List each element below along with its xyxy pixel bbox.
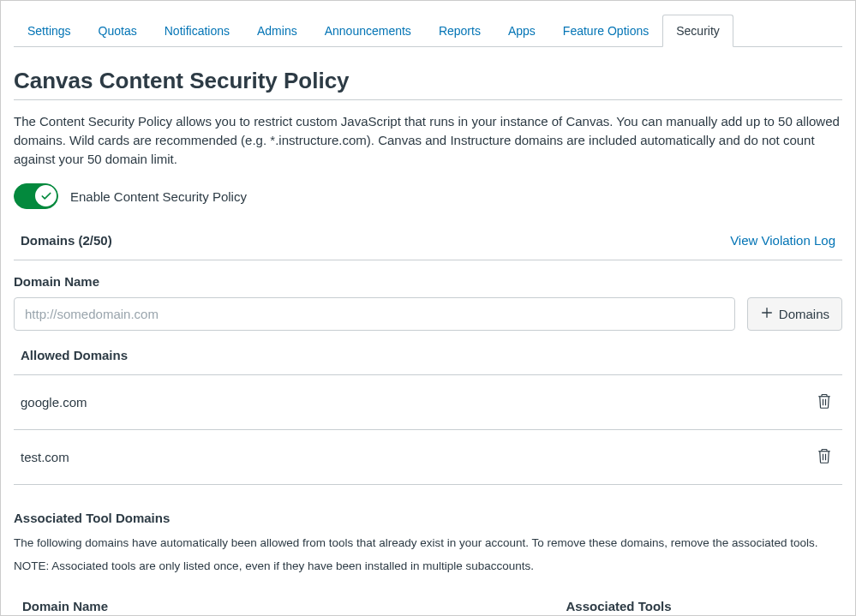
tab-notifications[interactable]: Notifications — [151, 15, 243, 47]
tab-quotas[interactable]: Quotas — [85, 15, 151, 47]
settings-tabs: SettingsQuotasNotificationsAdminsAnnounc… — [14, 14, 842, 47]
allowed-domain-row: google.com — [14, 375, 842, 430]
add-domain-row: Domains — [14, 297, 842, 331]
add-domain-button[interactable]: Domains — [747, 297, 842, 331]
associated-text-1: The following domains have automatically… — [14, 535, 842, 552]
trash-icon — [817, 454, 832, 467]
domains-header: Domains (2/50) View Violation Log — [14, 233, 842, 260]
csp-description: The Content Security Policy allows you t… — [14, 112, 842, 168]
tab-announcements[interactable]: Announcements — [311, 15, 425, 47]
tab-settings[interactable]: Settings — [14, 15, 85, 47]
associated-text-2: NOTE: Associated tools are only listed o… — [14, 559, 842, 575]
allowed-domain-row: test.com — [14, 430, 842, 485]
tab-feature-options[interactable]: Feature Options — [549, 15, 662, 47]
domain-name-label: Domain Name — [14, 274, 842, 289]
page-title: Canvas Content Security Policy — [14, 68, 842, 100]
tab-security[interactable]: Security — [662, 15, 733, 47]
associated-table: Domain Name Associated Tools canvas-anal… — [14, 587, 842, 616]
tab-apps[interactable]: Apps — [494, 15, 549, 47]
delete-domain-button[interactable] — [813, 389, 835, 416]
associated-table-header: Domain Name Associated Tools — [14, 587, 842, 616]
enable-csp-toggle[interactable] — [14, 183, 58, 209]
csp-toggle-row: Enable Content Security Policy — [14, 183, 842, 209]
col-header-tools: Associated Tools — [566, 599, 834, 613]
plus-icon — [760, 306, 774, 322]
tab-reports[interactable]: Reports — [425, 15, 494, 47]
allowed-domain-name: test.com — [21, 450, 69, 464]
add-domain-button-label: Domains — [779, 307, 829, 321]
allowed-domains-heading: Allowed Domains — [14, 348, 842, 375]
tab-admins[interactable]: Admins — [243, 15, 311, 47]
domains-count: Domains (2/50) — [21, 233, 112, 248]
delete-domain-button[interactable] — [813, 444, 835, 470]
allowed-domain-name: google.com — [21, 395, 87, 410]
view-violation-log-link[interactable]: View Violation Log — [730, 233, 835, 248]
enable-csp-label: Enable Content Security Policy — [70, 189, 247, 204]
col-header-domain: Domain Name — [22, 599, 566, 613]
trash-icon — [817, 399, 832, 412]
associated-tool-domains-section: Associated Tool Domains The following do… — [14, 511, 842, 616]
allowed-domains-list: google.comtest.com — [14, 375, 842, 485]
checkmark-icon — [35, 185, 57, 206]
associated-heading: Associated Tool Domains — [14, 511, 842, 525]
domain-name-input[interactable] — [14, 297, 735, 331]
